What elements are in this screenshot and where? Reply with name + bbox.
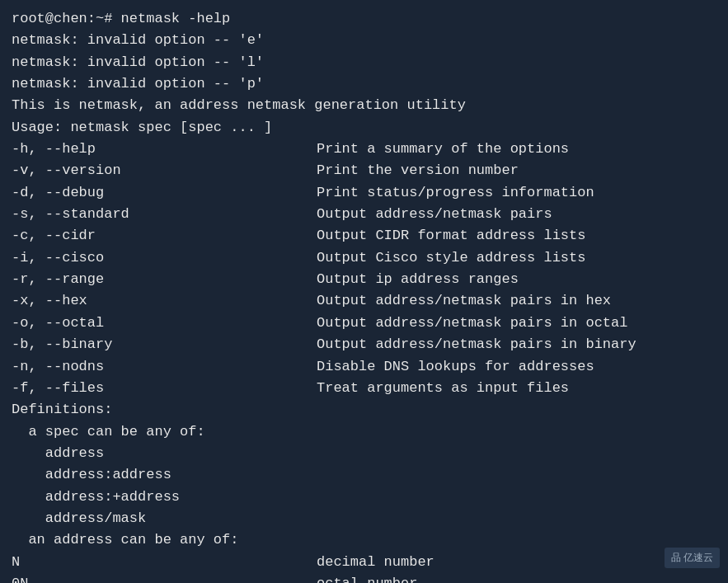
option-flag-8: -o, --octal (12, 313, 317, 334)
address-desc-0: decimal number (317, 552, 434, 573)
option-row-6: -r, --rangeOutput ip address ranges (12, 269, 716, 290)
option-desc-4: Output CIDR format address lists (317, 225, 585, 247)
address-items: Ndecimal number 0Noctal number 0xNhex nu… (12, 552, 716, 583)
option-flag-5: -i, --cisco (12, 247, 317, 269)
option-flag-6: -r, --range (12, 269, 317, 290)
error-line-3: netmask: invalid option -- 'p' (12, 73, 716, 95)
option-flag-1: -v, --version (12, 160, 317, 181)
option-desc-5: Output Cisco style address lists (317, 247, 585, 269)
error-lines: netmask: invalid option -- 'e' netmask: … (12, 30, 716, 95)
address-value-1: 0N (12, 573, 317, 583)
option-flag-4: -c, --cidr (12, 225, 317, 247)
option-row-9: -b, --binaryOutput address/netmask pairs… (12, 334, 716, 355)
spec-header: a spec can be any of: (12, 421, 716, 443)
option-desc-6: Output ip address ranges (317, 269, 519, 290)
error-line-1: netmask: invalid option -- 'e' (12, 30, 716, 51)
spec-item-3: address/mask (12, 508, 716, 529)
address-value-0: N (12, 552, 317, 573)
terminal-window: root@chen:~# netmask -help netmask: inva… (0, 0, 728, 583)
option-row-5: -i, --ciscoOutput Cisco style address li… (12, 247, 716, 269)
spec-item-1: address:address (12, 464, 716, 486)
error-line-2: netmask: invalid option -- 'l' (12, 52, 716, 73)
option-flag-7: -x, --hex (12, 290, 317, 312)
option-row-8: -o, --octalOutput address/netmask pairs … (12, 313, 716, 334)
option-row-2: -d, --debugPrint status/progress informa… (12, 182, 716, 204)
option-row-0: -h, --helpPrint a summary of the options (12, 139, 716, 160)
option-flag-2: -d, --debug (12, 182, 317, 204)
option-desc-2: Print status/progress information (317, 182, 594, 204)
option-flag-0: -h, --help (12, 139, 317, 160)
option-row-7: -x, --hexOutput address/netmask pairs in… (12, 290, 716, 312)
description-line: This is netmask, an address netmask gene… (12, 95, 716, 116)
option-desc-0: Print a summary of the options (317, 139, 569, 160)
option-row-10: -n, --nodnsDisable DNS lookups for addre… (12, 356, 716, 378)
address-item-row-0: Ndecimal number (12, 552, 716, 573)
option-flag-9: -b, --binary (12, 334, 317, 355)
option-desc-9: Output address/netmask pairs in binary (317, 334, 636, 355)
option-desc-11: Treat arguments as input files (317, 378, 569, 399)
spec-items: address address:address address:+address… (12, 443, 716, 529)
option-row-4: -c, --cidrOutput CIDR format address lis… (12, 225, 716, 247)
option-flag-10: -n, --nodns (12, 356, 317, 378)
definitions-header: Definitions: (12, 399, 716, 421)
option-desc-7: Output address/netmask pairs in hex (317, 290, 611, 312)
command-line: root@chen:~# netmask -help (12, 8, 716, 30)
options-list: -h, --helpPrint a summary of the options… (12, 139, 716, 399)
address-header: an address can be any of: (12, 529, 716, 551)
option-desc-8: Output address/netmask pairs in octal (317, 313, 627, 334)
usage-line: Usage: netmask spec [spec ... ] (12, 117, 716, 139)
option-desc-1: Print the version number (317, 160, 519, 181)
option-desc-10: Disable DNS lookups for addresses (317, 356, 594, 378)
option-row-1: -v, --versionPrint the version number (12, 160, 716, 181)
option-flag-3: -s, --standard (12, 204, 317, 225)
option-desc-3: Output address/netmask pairs (317, 204, 552, 225)
option-row-3: -s, --standardOutput address/netmask pai… (12, 204, 716, 225)
address-desc-1: octal number (317, 573, 417, 583)
spec-item-0: address (12, 443, 716, 464)
watermark-badge: 品 亿速云 (665, 548, 720, 568)
option-row-11: -f, --filesTreat arguments as input file… (12, 378, 716, 399)
address-item-row-1: 0Noctal number (12, 573, 716, 583)
spec-item-2: address:+address (12, 487, 716, 508)
option-flag-11: -f, --files (12, 378, 317, 399)
